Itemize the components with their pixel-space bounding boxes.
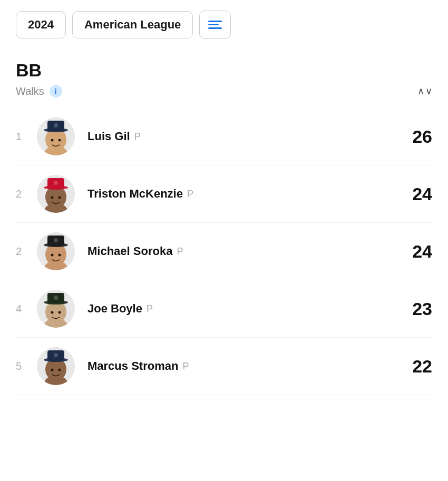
player-rank: 4 [16,303,37,315]
player-info: Michael SorokaP [87,244,401,258]
header-bar: 2024 American League [16,11,432,39]
player-name: Michael Soroka [87,244,172,258]
filter-button[interactable] [199,11,231,39]
filter-line-2 [208,24,219,26]
svg-point-39 [59,369,61,371]
player-position: P [147,303,153,315]
player-position: P [177,246,183,257]
sort-ascending-icon[interactable]: ∧ [417,86,424,96]
svg-point-5 [54,123,58,127]
player-stat-value: 22 [401,356,432,377]
svg-point-13 [54,181,58,185]
player-row[interactable]: 4 Joe BoyleP23 [16,280,432,338]
stat-subtitle-left: Walks i [16,85,62,97]
stat-subtitle-row: Walks i ∧ ∨ [16,85,432,97]
player-stat-value: 24 [401,241,432,262]
player-name: Joe Boyle [87,302,142,316]
player-stat-value: 26 [401,126,432,147]
player-name: Luis Gil [87,130,130,143]
player-info: Triston McKenzieP [87,187,401,201]
svg-point-14 [51,197,54,199]
svg-point-38 [51,369,54,371]
filter-line-3 [208,27,222,29]
filter-icon [208,21,222,29]
svg-point-21 [54,238,58,242]
player-rank: 1 [16,131,37,143]
svg-point-22 [51,254,54,257]
player-name: Triston McKenzie [87,187,183,201]
stat-abbrev: BB [16,60,432,81]
player-stat-value: 24 [401,184,432,204]
player-list: 1 Luis GilP262 [16,108,432,395]
player-avatar [37,347,75,385]
league-selector[interactable]: American League [72,11,193,38]
svg-point-37 [54,353,58,357]
player-rank: 5 [16,360,37,372]
player-info: Joe BoyleP [87,302,401,316]
svg-point-6 [51,139,54,142]
player-rank: 2 [16,188,37,200]
player-avatar [37,290,75,328]
player-rank: 2 [16,246,37,258]
player-avatar [37,117,75,155]
player-row[interactable]: 2 Michael SorokaP24 [16,223,432,280]
svg-point-7 [59,139,61,142]
sort-descending-icon[interactable]: ∨ [425,86,432,96]
player-position: P [187,189,193,200]
info-badge[interactable]: i [50,85,62,97]
sort-arrows[interactable]: ∧ ∨ [417,86,432,96]
player-info: Luis GilP [87,130,401,143]
svg-point-23 [59,254,61,257]
player-row[interactable]: 1 Luis GilP26 [16,108,432,165]
stat-full-name: Walks [16,85,44,97]
svg-point-30 [51,311,54,314]
player-avatar [37,175,75,213]
svg-point-31 [59,311,61,314]
filter-line-1 [208,21,222,22]
player-info: Marcus StromanP [87,359,401,373]
player-name: Marcus Stroman [87,359,178,373]
svg-point-15 [59,197,61,199]
year-selector[interactable]: 2024 [16,11,66,38]
player-avatar [37,232,75,270]
player-position: P [134,131,141,142]
player-stat-value: 23 [401,299,432,319]
player-position: P [182,361,189,372]
svg-point-29 [54,296,58,300]
player-row[interactable]: 5 Marcus StromanP22 [16,338,432,395]
player-row[interactable]: 2 Triston McKenzieP24 [16,165,432,223]
